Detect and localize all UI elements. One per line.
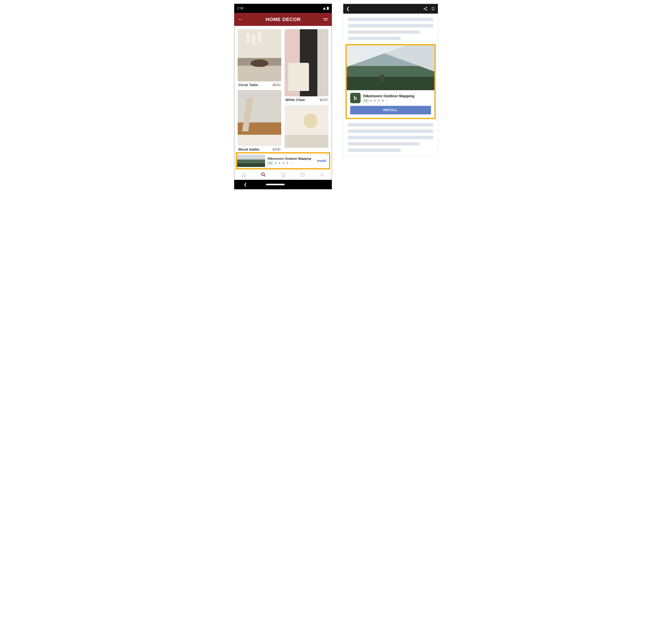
cart-icon bbox=[280, 172, 286, 177]
app-bar: ← HOME DECOR bbox=[234, 13, 332, 26]
product-price: $220 bbox=[320, 98, 327, 102]
text-line bbox=[348, 123, 433, 126]
nav-search[interactable] bbox=[254, 169, 273, 180]
ad-badge: Ad bbox=[268, 161, 273, 165]
product-image bbox=[285, 105, 329, 148]
product-grid: Circle Table $540 Wood ladder $160 W bbox=[234, 26, 332, 152]
svg-line-8 bbox=[425, 8, 426, 9]
product-price: $160 bbox=[273, 147, 281, 152]
battery-icon bbox=[327, 7, 329, 10]
ad-hero-image bbox=[347, 45, 434, 90]
product-price: $540 bbox=[273, 83, 281, 87]
bookmark-icon[interactable] bbox=[431, 7, 435, 11]
text-line bbox=[348, 37, 401, 40]
nav-favorites[interactable] bbox=[293, 169, 312, 180]
install-link[interactable]: Install bbox=[317, 159, 327, 163]
star-rating: ★ ★ ★ ★ ☆ bbox=[274, 161, 293, 165]
wifi-icon bbox=[323, 7, 326, 10]
install-button[interactable]: INSTALL bbox=[350, 106, 431, 114]
text-line bbox=[348, 30, 419, 34]
ad-thumbnail bbox=[237, 155, 265, 167]
nav-profile[interactable] bbox=[312, 169, 332, 180]
product-card[interactable]: Circle Table $540 bbox=[238, 29, 282, 87]
status-time: 2:19 bbox=[237, 6, 243, 10]
svg-line-1 bbox=[264, 175, 266, 176]
adchoices-icon[interactable]: ▷ bbox=[327, 154, 329, 156]
svg-line-9 bbox=[425, 9, 426, 10]
nav-cart[interactable] bbox=[273, 169, 293, 180]
svg-point-3 bbox=[284, 176, 285, 177]
system-home-pill[interactable] bbox=[266, 184, 285, 185]
ad-title: Hikemoore Outdoor Mapping bbox=[363, 94, 415, 98]
product-image bbox=[238, 29, 282, 81]
share-icon[interactable] bbox=[423, 7, 428, 11]
svg-point-4 bbox=[321, 173, 323, 175]
user-icon bbox=[319, 172, 324, 177]
banner-ad-highlight: ▷ Hikemoore Outdoor Mapping Ad ★ ★ ★ ★ ☆… bbox=[236, 152, 330, 169]
text-line bbox=[348, 142, 419, 145]
inline-ad-highlight: ▷ h Hikemoore Outdoor Mapping Ad ★ ★ ★ ★… bbox=[346, 44, 436, 119]
android-system-nav: ❮ bbox=[234, 180, 332, 189]
bottom-nav bbox=[234, 169, 332, 180]
heart-icon bbox=[300, 172, 305, 177]
article-body-top bbox=[343, 14, 438, 44]
product-name: White Chair bbox=[285, 98, 305, 102]
product-image bbox=[285, 29, 329, 96]
inline-ad[interactable]: ▷ h Hikemoore Outdoor Mapping Ad ★ ★ ★ ★… bbox=[347, 45, 434, 118]
search-icon bbox=[261, 172, 266, 177]
article-body-bottom bbox=[343, 119, 438, 156]
article-app-bar: ❮ bbox=[343, 4, 438, 14]
product-card[interactable]: White Chair $220 bbox=[285, 29, 329, 102]
home-icon bbox=[242, 172, 246, 177]
ad-title: Hikemoore Outdoor Mapping bbox=[268, 157, 315, 161]
product-name: Wood ladder bbox=[238, 147, 260, 152]
text-line bbox=[348, 129, 433, 133]
nav-home[interactable] bbox=[234, 169, 254, 180]
text-line bbox=[348, 24, 433, 27]
banner-ad[interactable]: Hikemoore Outdoor Mapping Ad ★ ★ ★ ★ ☆ I… bbox=[237, 153, 329, 168]
star-rating: ★ ★ ★ ★ ☆ bbox=[370, 99, 388, 102]
text-line bbox=[348, 18, 433, 21]
svg-point-2 bbox=[282, 176, 283, 177]
svg-point-0 bbox=[262, 173, 265, 175]
status-icons bbox=[323, 7, 329, 10]
text-line bbox=[348, 149, 401, 152]
product-card[interactable] bbox=[285, 105, 329, 148]
ad-app-icon: h bbox=[350, 93, 361, 103]
product-card[interactable]: Wood ladder $160 bbox=[238, 90, 282, 152]
page-title: HOME DECOR bbox=[243, 17, 323, 22]
ad-badge: Ad bbox=[363, 99, 368, 102]
filter-icon[interactable] bbox=[323, 18, 328, 20]
product-name: Circle Table bbox=[238, 83, 258, 87]
phone-frame-left: 2:19 ← HOME DECOR Circle Table $540 bbox=[234, 4, 332, 189]
back-chevron-icon[interactable]: ❮ bbox=[346, 6, 350, 11]
phone-frame-right: ❮ ▷ h Hikemoor bbox=[343, 4, 438, 156]
status-bar: 2:19 bbox=[234, 4, 332, 13]
system-back-icon[interactable]: ❮ bbox=[244, 182, 247, 187]
product-image bbox=[238, 90, 282, 146]
back-arrow-icon[interactable]: ← bbox=[238, 16, 243, 22]
text-line bbox=[348, 136, 433, 139]
